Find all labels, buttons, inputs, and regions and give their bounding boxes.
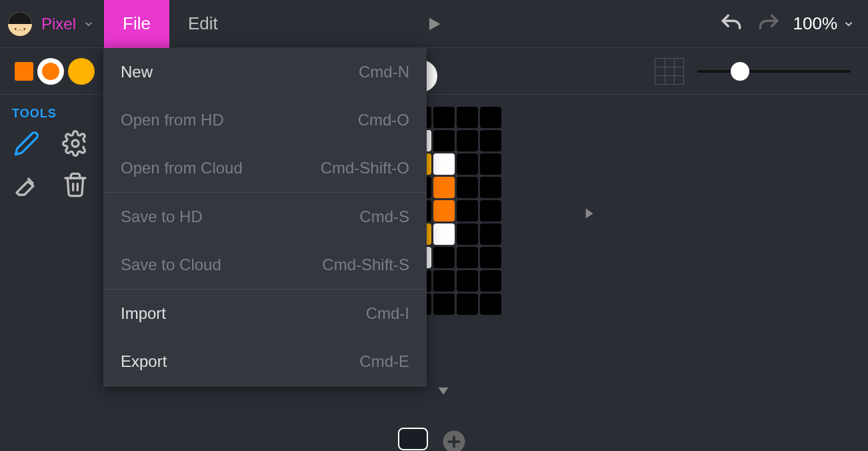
menu-item-open-from-hd[interactable]: Open from HDCmd-O bbox=[103, 96, 427, 144]
menu-item-import[interactable]: ImportCmd-I bbox=[103, 290, 427, 338]
pixel-cell[interactable] bbox=[457, 107, 478, 128]
chevron-down-icon[interactable] bbox=[83, 18, 95, 30]
color-swatch-square[interactable] bbox=[15, 62, 33, 81]
pencil-tool[interactable] bbox=[12, 129, 41, 158]
tab-file[interactable]: File bbox=[104, 0, 169, 48]
next-frame-button[interactable] bbox=[580, 203, 597, 223]
mode-label[interactable]: Pixel bbox=[41, 15, 76, 33]
menu-item-shortcut: Cmd-Shift-S bbox=[322, 256, 409, 274]
pixel-cell[interactable] bbox=[480, 177, 501, 198]
svg-marker-0 bbox=[429, 17, 440, 30]
pixel-cell[interactable] bbox=[457, 294, 478, 315]
pixel-cell[interactable] bbox=[457, 200, 478, 221]
trash-tool[interactable] bbox=[61, 170, 90, 199]
pixel-cell[interactable] bbox=[480, 107, 501, 128]
menu-item-label: Open from Cloud bbox=[121, 159, 243, 177]
grid-toggle[interactable] bbox=[655, 58, 684, 85]
tools-panel: TOOLS bbox=[0, 100, 103, 206]
file-menu-dropdown: NewCmd-NOpen from HDCmd-OOpen from Cloud… bbox=[103, 48, 427, 386]
undo-button[interactable] bbox=[719, 11, 744, 37]
menu-item-open-from-cloud[interactable]: Open from CloudCmd-Shift-O bbox=[103, 144, 427, 192]
pixel-cell[interactable] bbox=[433, 130, 455, 151]
menu-divider bbox=[103, 386, 427, 386]
pixel-cell[interactable] bbox=[480, 130, 501, 151]
slider-thumb[interactable] bbox=[731, 62, 749, 81]
pixel-cell[interactable] bbox=[457, 270, 478, 292]
pixel-cell[interactable] bbox=[457, 247, 478, 268]
zoom-value: 100% bbox=[793, 13, 838, 34]
zoom-control[interactable]: 100% bbox=[793, 13, 855, 34]
menu-item-save-to-cloud[interactable]: Save to CloudCmd-Shift-S bbox=[103, 241, 427, 289]
svg-marker-2 bbox=[586, 208, 593, 218]
pixel-cell[interactable] bbox=[480, 247, 501, 268]
timeline-frame-selected[interactable] bbox=[398, 428, 428, 450]
tools-title: TOOLS bbox=[12, 107, 91, 121]
pixel-cell[interactable] bbox=[457, 177, 478, 198]
menu-item-export[interactable]: ExportCmd-E bbox=[103, 338, 427, 386]
menu-item-label: Save to Cloud bbox=[121, 256, 221, 274]
pixel-cell[interactable] bbox=[480, 200, 501, 221]
pixel-cell[interactable] bbox=[433, 200, 455, 221]
expand-down-button[interactable] bbox=[433, 382, 453, 399]
menu-item-shortcut: Cmd-O bbox=[358, 111, 409, 129]
add-frame-button[interactable] bbox=[442, 430, 466, 451]
pixel-cell[interactable] bbox=[480, 153, 501, 175]
menu-item-label: Save to HD bbox=[121, 207, 203, 226]
svg-point-1 bbox=[72, 140, 79, 147]
eraser-tool[interactable] bbox=[12, 170, 41, 199]
pixel-cell[interactable] bbox=[433, 294, 455, 315]
menu-item-shortcut: Cmd-S bbox=[359, 207, 409, 226]
pixel-cell[interactable] bbox=[433, 107, 455, 128]
pixel-cell[interactable] bbox=[433, 177, 455, 198]
menu-item-shortcut: Cmd-N bbox=[359, 63, 409, 81]
tab-edit[interactable]: Edit bbox=[169, 0, 237, 48]
svg-marker-3 bbox=[438, 388, 448, 395]
pixel-cell[interactable] bbox=[433, 153, 455, 175]
color-swatch-outline[interactable] bbox=[37, 58, 64, 85]
menu-item-label: New bbox=[121, 63, 153, 81]
pixel-cell[interactable] bbox=[480, 270, 501, 292]
redo-button[interactable] bbox=[756, 11, 781, 37]
play-button[interactable] bbox=[425, 15, 443, 33]
settings-tool[interactable] bbox=[61, 129, 90, 158]
pixel-cell[interactable] bbox=[433, 247, 455, 268]
menu-item-shortcut: Cmd-I bbox=[366, 304, 409, 323]
pixel-cell[interactable] bbox=[433, 270, 455, 292]
menu-item-label: Import bbox=[121, 304, 166, 323]
color-swatch-fill[interactable] bbox=[68, 58, 95, 85]
pixel-cell[interactable] bbox=[480, 294, 501, 315]
menu-item-new[interactable]: NewCmd-N bbox=[103, 48, 427, 96]
pixel-cell[interactable] bbox=[457, 153, 478, 175]
menu-item-shortcut: Cmd-Shift-O bbox=[321, 159, 409, 177]
menubar: •︿• Pixel File Edit 100% bbox=[0, 0, 868, 48]
pixel-cell[interactable] bbox=[457, 130, 478, 151]
menu-item-label: Export bbox=[121, 352, 167, 371]
pixel-cell[interactable] bbox=[457, 223, 478, 245]
menu-item-shortcut: Cmd-E bbox=[359, 352, 409, 371]
zoom-slider[interactable] bbox=[697, 70, 851, 73]
pixel-cell[interactable] bbox=[480, 223, 501, 245]
pixel-cell[interactable] bbox=[433, 223, 455, 245]
menu-item-label: Open from HD bbox=[121, 111, 224, 129]
avatar[interactable]: •︿• bbox=[8, 12, 32, 36]
menu-item-save-to-hd[interactable]: Save to HDCmd-S bbox=[103, 193, 427, 241]
